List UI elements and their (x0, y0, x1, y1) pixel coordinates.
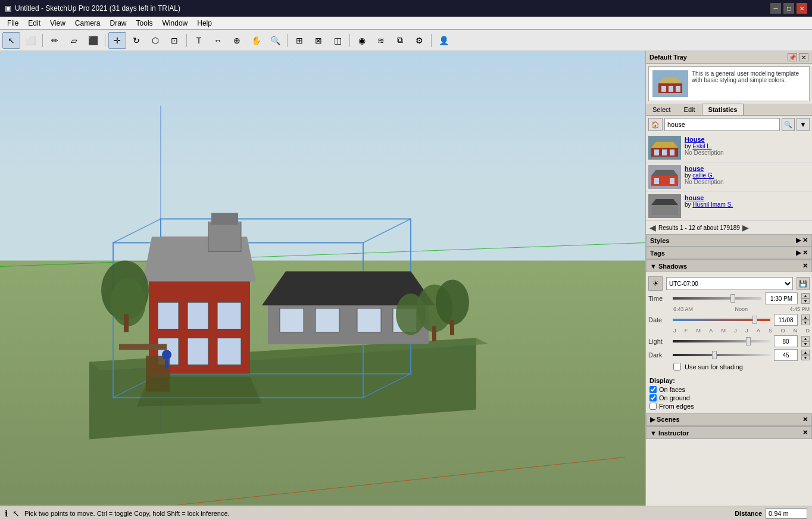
text-tool-button[interactable]: T (190, 32, 208, 49)
component-item-2[interactable]: house by callie G. No Description (646, 163, 812, 192)
light-slider-thumb[interactable] (746, 337, 751, 345)
dimension-tool-button[interactable]: ↔ (209, 32, 227, 49)
menu-file[interactable]: File (2, 18, 23, 29)
dark-spin-down[interactable]: ▼ (801, 355, 810, 360)
tray-pin-button[interactable]: 📌 (788, 53, 797, 61)
offset-tool-button[interactable]: ⊡ (165, 32, 183, 49)
styles-section-header[interactable]: Styles ▶ ✕ (646, 234, 812, 247)
component-title-3[interactable]: house (685, 194, 733, 201)
shadow-display-button[interactable]: ◉ (353, 32, 371, 49)
viewport[interactable] (0, 51, 645, 506)
menu-window[interactable]: Window (158, 18, 193, 29)
material-browser-button[interactable]: ◫ (329, 32, 346, 49)
home-search-button[interactable]: 🏠 (648, 118, 663, 131)
eraser-tool-button[interactable]: ⬜ (21, 32, 39, 49)
component-thumb-3 (648, 194, 681, 218)
section-plane-button[interactable]: ⊞ (291, 32, 308, 49)
on-faces-checkbox[interactable] (649, 386, 657, 393)
rotate-tool-button[interactable]: ↻ (127, 32, 145, 49)
date-input[interactable] (774, 314, 798, 326)
light-input[interactable] (774, 335, 798, 347)
menu-view[interactable]: View (45, 18, 70, 29)
use-sun-checkbox[interactable] (673, 363, 681, 370)
time-spin: ▲ ▼ (801, 293, 810, 304)
titlebar-controls[interactable]: ─ □ ✕ (770, 3, 807, 14)
light-spin-up[interactable]: ▲ (801, 336, 810, 341)
zoom-tool-button[interactable]: 🔍 (266, 32, 284, 49)
close-button[interactable]: ✕ (797, 3, 807, 14)
instructor-close-button[interactable]: ✕ (802, 429, 808, 437)
component-title-2[interactable]: house (685, 165, 724, 172)
component-browser-button[interactable]: ⊠ (310, 32, 327, 49)
move-tool-button[interactable]: ✛ (108, 32, 126, 49)
tab-statistics[interactable]: Statistics (702, 104, 744, 115)
layer-button[interactable]: ⧉ (391, 32, 409, 49)
svg-rect-37 (432, 326, 436, 341)
time-input[interactable] (765, 292, 798, 304)
time-spin-up[interactable]: ▲ (801, 293, 810, 298)
shadow-toggle-icon[interactable]: ☀ (648, 276, 663, 291)
styles-label: Styles (650, 237, 669, 244)
scenes-close-button[interactable]: ✕ (802, 416, 808, 424)
menu-edit[interactable]: Edit (23, 18, 45, 29)
tray-controls[interactable]: 📌 ✕ (788, 53, 808, 61)
shadows-close-button[interactable]: ✕ (802, 262, 808, 270)
next-page-button[interactable]: ▶ (742, 223, 749, 232)
date-spin-down[interactable]: ▼ (801, 320, 810, 325)
date-slider[interactable] (673, 319, 770, 321)
dark-input[interactable] (774, 349, 798, 361)
tags-close[interactable]: ✕ (802, 249, 808, 257)
pencil-tool-button[interactable]: ✏ (46, 32, 64, 49)
dark-spin-up[interactable]: ▲ (801, 350, 810, 355)
time-slider[interactable] (673, 297, 761, 300)
date-spin-up[interactable]: ▲ (801, 315, 810, 320)
on-ground-label: On ground (659, 394, 690, 401)
date-row: Date ▲ ▼ (648, 314, 810, 326)
shadows-section-header[interactable]: ▼ Shadows ✕ (646, 259, 812, 272)
timezone-select[interactable]: UTC-07:00 (666, 277, 793, 290)
styles-close[interactable]: ✕ (802, 236, 808, 244)
extension-button[interactable]: ⚙ (410, 32, 428, 49)
menu-help[interactable]: Help (192, 18, 217, 29)
scale-tool-button[interactable]: ⬡ (146, 32, 164, 49)
component-title-1[interactable]: House (685, 136, 724, 143)
component-search-input[interactable] (664, 118, 780, 131)
prev-page-button[interactable]: ◀ (649, 223, 656, 232)
push-pull-tool-button[interactable]: ⬛ (84, 32, 102, 49)
tab-select[interactable]: Select (646, 104, 677, 115)
orbit-tool-button[interactable]: ⊕ (228, 32, 246, 49)
component-item-3[interactable]: house by Husnil Imam S. (646, 192, 812, 220)
scenes-section-header[interactable]: ▶ Scenes ✕ (646, 413, 812, 426)
tags-section-header[interactable]: Tags ▶ ✕ (646, 247, 812, 259)
time-slider-thumb[interactable] (730, 294, 735, 303)
menu-camera[interactable]: Camera (70, 18, 105, 29)
pan-tool-button[interactable]: ✋ (247, 32, 265, 49)
menu-draw[interactable]: Draw (105, 18, 132, 29)
toolbar-separator-2 (105, 34, 105, 47)
minimize-button[interactable]: ─ (770, 3, 781, 14)
search-options-button[interactable]: ▼ (797, 118, 810, 131)
menu-tools[interactable]: Tools (132, 18, 158, 29)
tray-close-button[interactable]: ✕ (799, 53, 808, 61)
fog-button[interactable]: ≋ (372, 32, 390, 49)
shadows-save-button[interactable]: 💾 (797, 277, 810, 290)
instructor-section-header[interactable]: ▼ Instructor ✕ (646, 426, 812, 439)
from-edges-checkbox[interactable] (649, 403, 657, 410)
distance-label: Distance (735, 510, 762, 517)
dark-slider[interactable] (673, 354, 770, 356)
maximize-button[interactable]: □ (783, 3, 794, 14)
on-ground-checkbox[interactable] (649, 394, 657, 401)
dark-slider-thumb[interactable] (712, 351, 717, 359)
account-button[interactable]: 👤 (435, 32, 452, 49)
time-spin-down[interactable]: ▼ (801, 298, 810, 304)
component-item-1[interactable]: House by Eskil L. No Description (646, 133, 812, 163)
search-button[interactable]: 🔍 (782, 118, 795, 131)
light-slider[interactable] (673, 340, 770, 342)
shapes-tool-button[interactable]: ▱ (65, 32, 83, 49)
tab-edit[interactable]: Edit (677, 104, 702, 115)
distance-input[interactable] (766, 508, 807, 519)
date-slider-thumb[interactable] (752, 316, 757, 324)
light-spin-down[interactable]: ▼ (801, 341, 810, 347)
select-tool-button[interactable]: ↖ (2, 32, 20, 49)
svg-rect-49 (676, 86, 680, 92)
